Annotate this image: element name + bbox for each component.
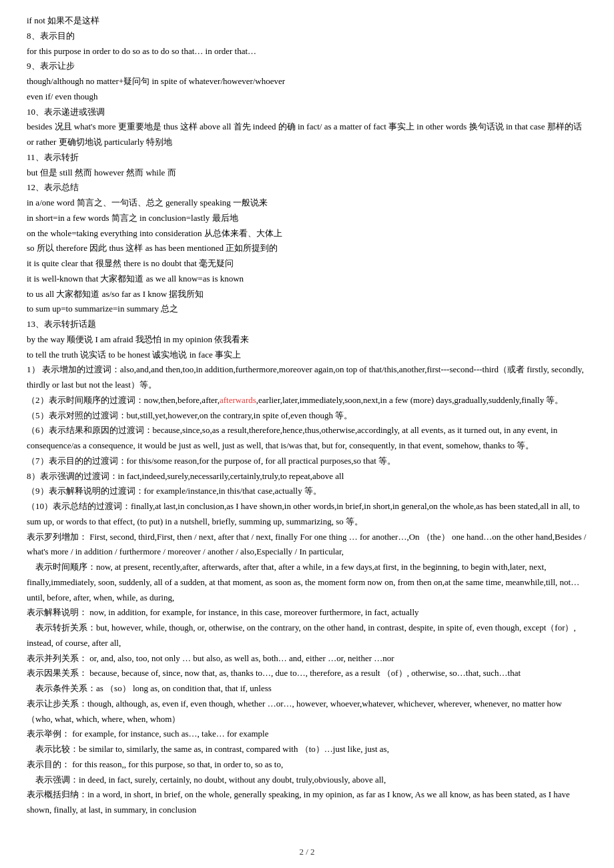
- line-l7: 10、表示递进或强调: [27, 105, 587, 120]
- line-l30: （10）表示总结的过渡词：finally,at last,in conclusi…: [27, 499, 587, 530]
- line-l18: to us all 大家都知道 as/so far as I know 据我所知: [27, 287, 587, 302]
- line-l32: 表示时间顺序：now, at present, recently,after, …: [27, 560, 587, 605]
- document-body: if not 如果不是这样 8、表示目的 for this purpose in…: [27, 13, 587, 818]
- line-l2: 8、表示目的: [27, 29, 587, 44]
- line-l3: for this purpose in order to do so as to…: [27, 44, 587, 59]
- line-l4: 9、表示让步: [27, 59, 587, 74]
- page-footer: 2 / 2: [27, 845, 587, 859]
- line-l31: 表示罗列增加： First, second, third,First, then…: [27, 530, 587, 560]
- line-l11: 12、表示总结: [27, 180, 587, 195]
- line-l23: 1） 表示增加的过渡词：also,and,and then,too,in add…: [27, 362, 587, 393]
- line-l14: on the whole=taking everything into cons…: [27, 226, 587, 242]
- line-l36: 表示因果关系： because, because of, since, now …: [27, 666, 587, 681]
- line-l16: it is quite clear that 很显然 there is no d…: [27, 256, 587, 272]
- line-l33: 表示解释说明： now, in addition, for example, f…: [27, 605, 587, 620]
- line-l17: it is well-known that 大家都知道 as we all kn…: [27, 272, 587, 287]
- line-l34: 表示转折关系：but, however, while, though, or, …: [27, 620, 587, 651]
- line-l1: if not 如果不是这样: [27, 13, 587, 29]
- line-l28: 8）表示强调的过渡词：in fact,indeed,surely,necessa…: [27, 469, 587, 484]
- line-l39: 表示举例： for example, for instance, such as…: [27, 727, 587, 742]
- line-l37: 表示条件关系：as （so） long as, on condition tha…: [27, 681, 587, 697]
- line-l21: by the way 顺便说 I am afraid 我恐怕 in my opi…: [27, 332, 587, 348]
- line-l5: though/although no matter+疑问句 in spite o…: [27, 74, 587, 89]
- line-l41: 表示目的： for this reason,, for this purpose…: [27, 757, 587, 773]
- line-l9: 11、表示转折: [27, 150, 587, 165]
- line-l25: （5）表示对照的过渡词：but,still,yet,however,on the…: [27, 408, 587, 424]
- line-l26: （6）表示结果和原因的过渡词：because,since,so,as a res…: [27, 423, 587, 454]
- line-l35: 表示并列关系： or, and, also, too, not only … b…: [27, 651, 587, 667]
- line-l15: so 所以 therefore 因此 thus 这样 as has been m…: [27, 241, 587, 256]
- page-number: 2 / 2: [299, 847, 314, 857]
- line-l13: in short=in a few words 简言之 in conclusio…: [27, 211, 587, 226]
- line-l42: 表示强调：in deed, in fact, surely, certainly…: [27, 773, 587, 788]
- line-l43: 表示概括归纳：in a word, in short, in brief, on…: [27, 787, 587, 818]
- line-l6: even if/ even though: [27, 89, 587, 105]
- line-l19: to sum up=to summarize=in summary 总之: [27, 302, 587, 317]
- line-l40: 表示比较：be similar to, similarly, the same …: [27, 742, 587, 757]
- line-l20: 13、表示转折话题: [27, 317, 587, 332]
- line-l22: to tell the truth 说实话 to be honest 诚实地说 …: [27, 348, 587, 363]
- line-l29: （9）表示解释说明的过渡词：for example/instance,in th…: [27, 484, 587, 499]
- line-l8: besides 况且 what's more 更重要地是 thus 这样 abo…: [27, 119, 587, 150]
- highlight-afterwards: afterwards: [220, 395, 256, 405]
- line-l38: 表示让步关系：though, although, as, even if, ev…: [27, 697, 587, 727]
- line-l27: （7）表示目的的过渡词：for this/some reason,for the…: [27, 454, 587, 469]
- line-l12: in a/one word 简言之、一句话、总之 generally speak…: [27, 195, 587, 211]
- line-l10: but 但是 still 然而 however 然而 while 而: [27, 165, 587, 181]
- line-l24: （2）表示时间顺序的过渡词：now,then,before,after,afte…: [27, 393, 587, 408]
